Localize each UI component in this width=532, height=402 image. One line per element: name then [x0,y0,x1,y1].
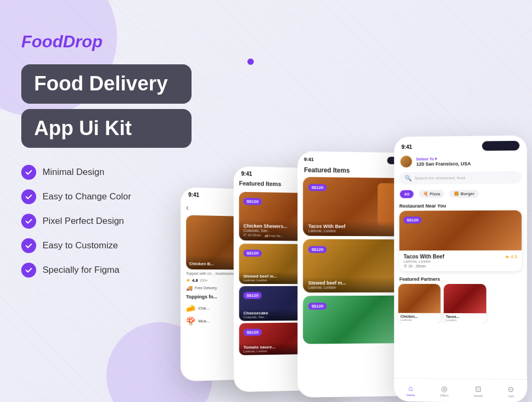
check-icon-pixel [21,214,36,229]
phone4-cat-pizza[interactable]: 🍕 Pizza [419,190,445,198]
phone4-tacos-loc: Larkrow, London [404,259,518,263]
check-icon-minimal [21,165,36,180]
phone4-tacos-card: $$120 Tacos With Beef ★ 4.5 Larkrow, Lon… [400,210,522,271]
phone1-delivery-label: Free Delivery [195,286,217,290]
check-icon-customize [21,238,36,253]
feature-label-customize: Easy to Customize [43,240,118,251]
phone4-search-text: Search for restaurant, food [414,175,465,181]
hero-title-line1: Food Delivery [34,72,179,96]
phone4-notch [482,141,519,151]
feature-label-minimal: Minimal Design [43,167,104,178]
phone4-tacos-rating: 4.5 [511,254,518,259]
phone2-price-badge: $$120 [243,198,262,205]
phone4-partner1-loc: Larkrow [401,319,438,322]
phone4-nav-saved[interactable]: ⊡ Saved [473,384,483,397]
phone4-cat-all[interactable]: All [400,190,414,198]
phone4-search[interactable]: 🔍 Search for restaurant, food [400,171,522,185]
phone4-bottom-nav: ⌂ Home ◎ Offers ⊡ Saved ⊙ Cart [394,378,527,402]
phone4-tacos-name: Tacos With Beef [404,254,444,259]
phone4-nav-home[interactable]: ⌂ Home [406,384,415,397]
phone2-time: 9:41 [241,171,252,177]
phone1-reviews: 200+ [200,278,208,282]
check-icon-figma [21,263,36,278]
phone4-restaurant-section: Restaurant Near You [394,200,527,211]
feature-label-figma: Specially for Figma [43,265,120,275]
check-icon-color [21,189,36,204]
phone4-nav-offers-label: Offers [440,393,448,397]
hero-title-line2: App Ui Kit [34,116,179,141]
phone4-nav-home-label: Home [406,393,415,396]
phone4-deliver-row: Deliver To ▾ 120 San Fransisco, USA [394,153,527,170]
phone4-nav-offers[interactable]: ◎ Offers [440,384,448,397]
phone4-partner2-loc: London [446,319,484,322]
phone4-nav-saved-label: Saved [473,394,483,397]
phone4-categories: All 🍕 Pizza 🍔 Burger [394,186,527,202]
phone1-rating: 4.8 [192,278,198,282]
phone4-tacos-time: ⏱ 15 - 25min [404,264,518,268]
phone3-time: 9:41 [304,157,313,162]
phones-container: 9:41 ‹ Chicken B... Topped with cri... m… [160,0,532,402]
phone4-address: 120 San Fransisco, USA [416,161,471,166]
phone4-partner-2: Tacos... London [444,284,486,323]
phone4-time: 9:41 [402,144,412,149]
phone-4: 9:41 Deliver To ▾ 120 San Fransisco, USA… [394,136,527,402]
phone4-nav-cart[interactable]: ⊙ Cart [508,384,514,397]
phone4-cat-burger[interactable]: 🍔 Burger [450,190,478,198]
phone1-time: 9:41 [188,191,199,198]
feature-label-color: Easy to Change Color [43,191,131,202]
phone4-partners-scroll: Chicken... Larkrow Tacos... London [394,284,527,324]
feature-label-pixel: Pixel Perfect Design [43,216,124,227]
phone1-item-title: Chicken B... [189,261,214,266]
phone4-nav-cart-label: Cart [508,394,514,397]
phone4-partner-1: Chicken... Larkrow [398,284,440,323]
phone4-avatar [401,156,412,168]
search-icon: 🔍 [405,175,412,182]
phone4-featured-partners: Featured Partners [394,274,527,284]
